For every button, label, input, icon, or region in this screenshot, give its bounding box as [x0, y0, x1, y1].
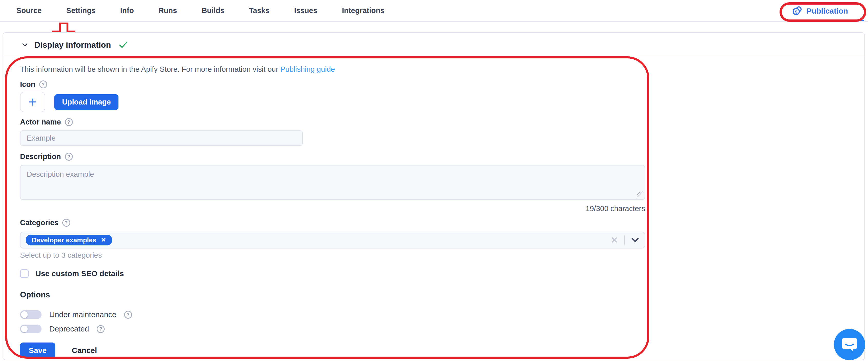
- deprecated-toggle[interactable]: [20, 325, 41, 333]
- tab-info[interactable]: Info: [120, 6, 134, 15]
- categories-label-row: Categories ?: [20, 219, 847, 227]
- chat-bubble-icon: [842, 337, 858, 352]
- display-information-card: Display information This information wil…: [3, 32, 865, 360]
- valid-check-icon: [119, 41, 128, 49]
- options-heading: Options: [20, 290, 847, 299]
- icon-placeholder-tile[interactable]: +: [20, 92, 45, 112]
- intro-text: This information will be shown in the Ap…: [20, 65, 847, 73]
- icon-help-icon[interactable]: ?: [39, 80, 47, 88]
- toggle-knob: [21, 311, 28, 318]
- tab-bar: Source Settings Info Runs Builds Tasks I…: [0, 0, 868, 22]
- intro-text-static: This information will be shown in the Ap…: [20, 65, 280, 73]
- categories-help-icon[interactable]: ?: [62, 219, 70, 227]
- tab-issues[interactable]: Issues: [294, 6, 317, 15]
- categories-helper-text: Select up to 3 categories: [20, 251, 847, 260]
- category-tag-remove-icon[interactable]: ✕: [101, 237, 106, 243]
- section-header-display-information[interactable]: Display information: [3, 33, 864, 57]
- categories-label: Categories: [20, 219, 59, 227]
- control-divider: [624, 235, 625, 245]
- upload-image-button[interactable]: Upload image: [54, 94, 119, 110]
- multiselect-controls: ✕: [611, 235, 640, 245]
- seo-checkbox-label: Use custom SEO details: [35, 269, 124, 278]
- tab-source[interactable]: Source: [17, 6, 41, 15]
- category-tag-label: Developer examples: [32, 236, 96, 244]
- description-label-row: Description ?: [20, 153, 847, 161]
- categories-multiselect[interactable]: Developer examples ✕ ✕: [20, 232, 645, 249]
- tab-integrations[interactable]: Integrations: [342, 6, 384, 15]
- tab-publication[interactable]: $ Publication: [785, 4, 855, 19]
- description-label: Description: [20, 153, 61, 161]
- under-maintenance-label: Under maintenance: [49, 310, 116, 319]
- tab-settings[interactable]: Settings: [66, 6, 95, 15]
- under-maintenance-help-icon[interactable]: ?: [124, 311, 132, 319]
- description-textarea-wrap: Description example: [20, 165, 645, 201]
- clear-all-icon[interactable]: ✕: [611, 236, 618, 244]
- section-title: Display information: [34, 40, 111, 50]
- chevron-down-icon[interactable]: [21, 41, 29, 49]
- deprecated-label: Deprecated: [49, 325, 89, 333]
- deprecated-row: Deprecated ?: [20, 325, 847, 333]
- icon-upload-row: + Upload image: [20, 92, 847, 112]
- toggle-knob: [21, 326, 28, 332]
- page: Source Settings Info Runs Builds Tasks I…: [0, 0, 868, 363]
- description-help-icon[interactable]: ?: [65, 153, 73, 161]
- form-actions: Save Cancel: [20, 342, 847, 358]
- save-button[interactable]: Save: [20, 342, 55, 358]
- active-tab-indicator: [790, 20, 864, 21]
- publication-coin-icon: $: [792, 6, 802, 16]
- seo-checkbox[interactable]: [20, 269, 29, 278]
- tab-publication-label: Publication: [806, 7, 848, 15]
- tab-tasks[interactable]: Tasks: [249, 6, 270, 15]
- actor-name-help-icon[interactable]: ?: [65, 118, 73, 126]
- under-maintenance-toggle[interactable]: [20, 310, 41, 319]
- under-maintenance-row: Under maintenance ?: [20, 310, 847, 319]
- deprecated-help-icon[interactable]: ?: [97, 325, 104, 333]
- actor-name-input[interactable]: [20, 130, 303, 146]
- seo-checkbox-row[interactable]: Use custom SEO details: [20, 269, 847, 278]
- actor-name-label: Actor name: [20, 118, 61, 126]
- svg-text:$: $: [795, 10, 798, 14]
- plus-icon: +: [28, 95, 37, 109]
- display-information-form: This information will be shown in the Ap…: [3, 57, 864, 358]
- tab-list: Source Settings Info Runs Builds Tasks I…: [17, 6, 384, 15]
- chat-launcher-button[interactable]: [834, 329, 865, 360]
- publishing-guide-link[interactable]: Publishing guide: [280, 65, 335, 73]
- category-tag: Developer examples ✕: [26, 235, 112, 245]
- tab-runs[interactable]: Runs: [158, 6, 177, 15]
- dropdown-chevron-icon[interactable]: [631, 237, 640, 243]
- tab-builds[interactable]: Builds: [202, 6, 224, 15]
- character-counter: 19/300 characters: [20, 204, 645, 213]
- icon-field-label: Icon: [20, 80, 35, 89]
- cancel-button[interactable]: Cancel: [72, 346, 97, 355]
- actor-name-label-row: Actor name ?: [20, 118, 847, 126]
- description-textarea[interactable]: Description example: [20, 165, 645, 200]
- icon-field-label-row: Icon ?: [20, 80, 847, 89]
